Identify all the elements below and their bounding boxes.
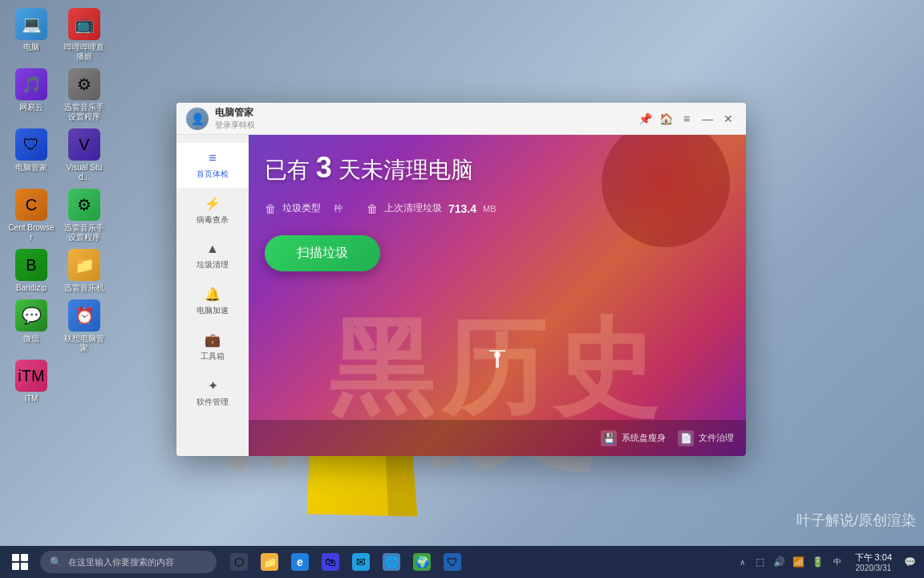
trash-type-icon: 🗑	[265, 202, 276, 215]
yjl-label: 迅雷音乐手设置程序	[61, 103, 107, 122]
pin-button[interactable]: 📌	[637, 111, 653, 127]
tray-icon-lang[interactable]: 中	[829, 554, 845, 570]
sidebar-item-home[interactable]: ≡ 首页体检	[176, 143, 249, 188]
clock-date: 2020/3/31	[856, 564, 892, 572]
sidebar: ≡ 首页体检 ⚡ 病毒查杀 ▲ 垃圾清理 🔔 电脑加速 💼 工具箱	[176, 135, 249, 456]
info-unit-last: MB	[483, 204, 496, 214]
sidebar-item-protect[interactable]: 🔔 电脑加速	[176, 279, 249, 324]
desktop-icon-manager[interactable]: 🛡 电脑管家	[8, 128, 55, 182]
protect-icon: 🔔	[205, 287, 221, 302]
window-body: ≡ 首页体检 ⚡ 病毒查杀 ▲ 垃圾清理 🔔 电脑加速 💼 工具箱	[176, 135, 746, 456]
sidebar-item-trash[interactable]: ▲ 垃圾清理	[176, 234, 249, 279]
desktop-icon-settings2[interactable]: ⚙ 迅雷音乐手设置程序	[61, 189, 107, 242]
yjl-icon: ⚙	[68, 68, 100, 100]
search-icon: 🔍	[50, 556, 62, 568]
pc-icon: 💻	[15, 8, 47, 40]
minimize-button[interactable]: —	[699, 111, 715, 127]
avatar: 👤	[186, 108, 209, 130]
sidebar-label-tools: 工具箱	[201, 351, 225, 362]
start-square-4	[21, 563, 28, 570]
start-square-3	[12, 563, 19, 570]
main-headline: 已有 3 天未清理电脑	[265, 151, 730, 185]
bandizip-label: Bandizip	[16, 283, 47, 293]
bandizip-icon: B	[15, 249, 47, 281]
search-placeholder-text: 在这里输入你要搜索的内容	[68, 556, 174, 568]
scan-button[interactable]: 扫描垃圾	[265, 235, 380, 271]
info-item-last: 🗑 上次清理垃圾 713.4 MB	[367, 201, 496, 215]
tray-icon-1[interactable]: ⬚	[752, 554, 768, 570]
close-button[interactable]: ✕	[720, 111, 736, 127]
info-label-types: 垃圾类型	[282, 201, 321, 215]
shield-icon: 🛡	[444, 553, 461, 571]
clock-time: 下午 3:04	[855, 552, 892, 564]
desktop-icon-wechat[interactable]: 💬 微信	[8, 299, 55, 353]
taskbar: 🔍 在这里输入你要搜索的内容 ⬡ 📁 e 🛍 ✉ 🌐 🌍	[0, 546, 924, 578]
tray-icon-2[interactable]: 🔊	[772, 554, 788, 570]
slim-icon: 💾	[601, 430, 617, 446]
start-button[interactable]	[0, 546, 40, 578]
browser2-icon: 🌍	[413, 553, 431, 571]
desktop-icon-live[interactable]: 📺 哔哩哔哩直播姬	[61, 8, 107, 62]
software-icon: ✦	[208, 378, 218, 393]
tray-notification[interactable]: 💬	[902, 554, 918, 570]
taskbar-app-cortana[interactable]: ⬡	[225, 546, 253, 578]
wechat-label: 微信	[23, 334, 39, 344]
trash-icon: ▲	[206, 242, 219, 256]
tray-icon-battery[interactable]: 🔋	[810, 554, 826, 570]
tray-expand-button[interactable]: ∧	[736, 554, 749, 570]
info-item-types: 🗑 垃圾类型 种	[265, 201, 342, 215]
desktop-icon-yjl[interactable]: ⚙ 迅雷音乐手设置程序	[61, 68, 107, 122]
itm-icon: iTM	[15, 360, 47, 392]
title-bar: 👤 电脑管家 登录享特权 📌 🏠 ≡ — ✕	[176, 103, 746, 135]
edge-icon: e	[291, 553, 309, 571]
folder-label: 迅雷音乐机	[64, 283, 104, 293]
bottom-tool-slim[interactable]: 💾 系统盘瘦身	[601, 430, 666, 446]
avatar-icon: 👤	[191, 112, 205, 125]
cent-label: Cent Browser	[8, 223, 55, 242]
app-title: 电脑管家	[215, 106, 637, 120]
headline-prefix: 已有	[265, 157, 316, 182]
info-row: 🗑 垃圾类型 种 🗑 上次清理垃圾 713.4 MB	[249, 193, 746, 223]
home-button[interactable]: 🏠	[658, 111, 674, 127]
slim-label: 系统盘瘦身	[622, 432, 666, 444]
title-bar-info: 电脑管家 登录享特权	[215, 106, 637, 131]
taskbar-app-ie[interactable]: 🌐	[377, 546, 406, 578]
attribution-text: 叶子解说/原创渲染	[796, 511, 916, 530]
desktop-icon-bandizip[interactable]: B Bandizip	[8, 249, 55, 293]
desktop: 黑历史 叶子解说/原创渲染 💻 电脑 📺 哔哩哔哩直播姬 🎵 网易云 ⚙ 迅雷音	[0, 0, 924, 578]
info-unit-types: 种	[334, 202, 342, 214]
desktop-icon-cent[interactable]: C Cent Browser	[8, 189, 55, 242]
manager-label: 电脑管家	[15, 163, 47, 173]
main-header: 已有 3 天未清理电脑	[249, 135, 746, 193]
start-square-2	[21, 554, 28, 561]
taskbar-app-explorer[interactable]: 📁	[255, 546, 284, 578]
taskbar-app-store[interactable]: 🛍	[316, 546, 345, 578]
settings2-icon: ⚙	[68, 189, 100, 221]
desktop-icon-itm[interactable]: iTM iTM	[8, 360, 55, 404]
taskbar-app-shield[interactable]: 🛡	[438, 546, 467, 578]
explorer-icon: 📁	[261, 553, 278, 571]
home-check-icon: ≡	[209, 151, 216, 165]
desktop-icon-clock[interactable]: ⏰ 联想电脑管家	[61, 299, 107, 353]
tray-icon-network[interactable]: 📶	[791, 554, 807, 570]
desktop-icon-folder[interactable]: 📁 迅雷音乐机	[61, 249, 107, 293]
desktop-icons-area: 💻 电脑 📺 哔哩哔哩直播姬 🎵 网易云 ⚙ 迅雷音乐手设置程序 🛡 电脑管家	[8, 8, 107, 404]
desktop-icon-vs[interactable]: V Visual Stud...	[61, 128, 107, 182]
sidebar-label-virus: 病毒查杀	[197, 214, 229, 226]
sidebar-item-software[interactable]: ✦ 软件管理	[176, 370, 249, 416]
sidebar-item-virus[interactable]: ⚡ 病毒查杀	[176, 188, 249, 234]
taskbar-app-mail[interactable]: ✉	[346, 546, 375, 578]
taskbar-search[interactable]: 🔍 在这里输入你要搜索的内容	[40, 551, 217, 573]
clock[interactable]: 下午 3:04 2020/3/31	[849, 552, 898, 572]
music-label: 网易云	[19, 103, 43, 112]
sidebar-item-tools[interactable]: 💼 工具箱	[176, 324, 249, 370]
files-icon: 📄	[678, 430, 694, 446]
files-label: 文件治理	[699, 432, 734, 444]
headline-suffix: 天未清理电脑	[332, 157, 473, 182]
desktop-icon-pc[interactable]: 💻 电脑	[8, 8, 55, 62]
bottom-tool-files[interactable]: 📄 文件治理	[678, 430, 734, 446]
desktop-icon-music[interactable]: 🎵 网易云	[8, 68, 55, 122]
menu-button[interactable]: ≡	[679, 111, 695, 127]
taskbar-app-edge[interactable]: e	[286, 546, 314, 578]
taskbar-app-browser2[interactable]: 🌍	[407, 546, 436, 578]
